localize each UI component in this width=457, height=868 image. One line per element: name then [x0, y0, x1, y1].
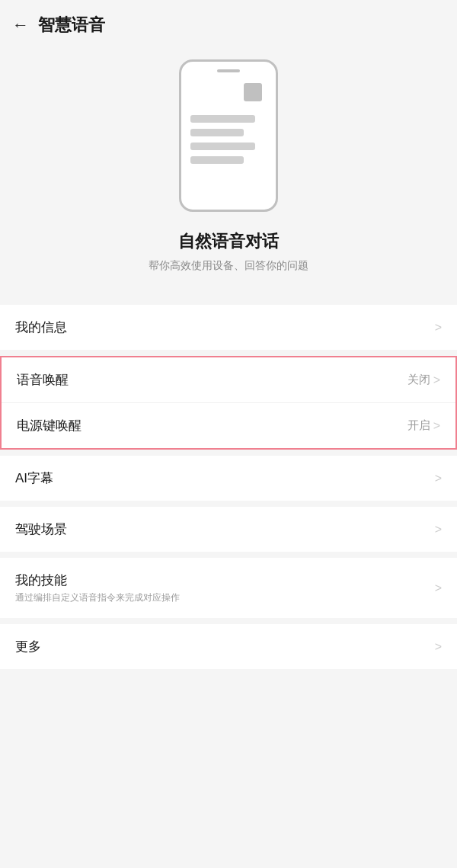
- phone-illustration: [179, 59, 278, 212]
- item-left-my-info-item: 我的信息: [15, 319, 67, 336]
- hero-section: 自然语音对话 帮你高效使用设备、回答你的问题: [0, 44, 457, 299]
- back-button[interactable]: ←: [12, 17, 29, 34]
- item-right-power-key-wake: 开启>: [407, 418, 440, 433]
- item-right-ai-caption-item: >: [435, 472, 442, 485]
- section-more: 更多>: [0, 624, 457, 669]
- section-ai-caption: AI字幕>: [0, 456, 457, 501]
- item-right-my-info-item: >: [435, 321, 442, 335]
- item-sublabel-my-skills-item: 通过编排自定义语音指令来完成对应操作: [15, 591, 180, 604]
- item-label-more-item: 更多: [15, 638, 41, 655]
- item-left-ai-caption-item: AI字幕: [15, 469, 53, 487]
- item-left-more-item: 更多: [15, 638, 41, 655]
- settings-item-my-info-item[interactable]: 我的信息>: [0, 305, 457, 350]
- section-my-info: 我的信息>: [0, 305, 457, 350]
- screen-line-1: [190, 115, 255, 123]
- settings-item-power-key-wake[interactable]: 电源键唤醒开启>: [2, 403, 455, 448]
- settings-item-driving-item[interactable]: 驾驶场景>: [0, 507, 457, 552]
- item-left-power-key-wake: 电源键唤醒: [17, 417, 81, 434]
- item-left-voice-wake: 语音唤醒: [17, 371, 69, 389]
- screen-line-3: [190, 143, 255, 150]
- hero-title: 自然语音对话: [178, 230, 279, 253]
- chevron-icon-power-key-wake: >: [433, 419, 440, 433]
- chevron-icon-voice-wake: >: [433, 373, 440, 387]
- phone-screen-content: [190, 115, 267, 164]
- settings-container: 我的信息>语音唤醒关闭>电源键唤醒开启>AI字幕>驾驶场景>我的技能通过编排自定…: [0, 305, 457, 669]
- section-driving: 驾驶场景>: [0, 507, 457, 552]
- item-label-power-key-wake: 电源键唤醒: [17, 417, 81, 434]
- chevron-icon-my-skills-item: >: [435, 581, 442, 595]
- item-label-voice-wake: 语音唤醒: [17, 371, 69, 389]
- item-left-my-skills-item: 我的技能通过编排自定义语音指令来完成对应操作: [15, 572, 180, 604]
- chevron-icon-more-item: >: [435, 640, 442, 654]
- item-right-driving-item: >: [435, 523, 442, 536]
- item-label-ai-caption-item: AI字幕: [15, 469, 53, 487]
- item-status-power-key-wake: 开启: [407, 418, 430, 433]
- item-label-my-skills-item: 我的技能: [15, 572, 180, 589]
- screen-line-2: [190, 129, 244, 136]
- header: ← 智慧语音: [0, 0, 457, 44]
- item-label-my-info-item: 我的信息: [15, 319, 67, 336]
- screen-line-4: [190, 156, 244, 164]
- section-my-skills: 我的技能通过编排自定义语音指令来完成对应操作>: [0, 558, 457, 618]
- chevron-icon-my-info-item: >: [435, 321, 442, 335]
- item-right-voice-wake: 关闭>: [407, 373, 440, 387]
- settings-item-ai-caption-item[interactable]: AI字幕>: [0, 456, 457, 501]
- chevron-icon-driving-item: >: [435, 523, 442, 536]
- page-title: 智慧语音: [38, 14, 105, 37]
- item-status-voice-wake: 关闭: [407, 373, 430, 387]
- item-right-more-item: >: [435, 640, 442, 654]
- settings-item-more-item[interactable]: 更多>: [0, 624, 457, 669]
- hero-subtitle: 帮你高效使用设备、回答你的问题: [149, 259, 308, 273]
- screen-square-decoration: [244, 83, 262, 101]
- item-right-my-skills-item: >: [435, 581, 442, 595]
- item-label-driving-item: 驾驶场景: [15, 520, 67, 538]
- section-wake-up: 语音唤醒关闭>电源键唤醒开启>: [0, 356, 457, 450]
- item-left-driving-item: 驾驶场景: [15, 520, 67, 538]
- settings-item-my-skills-item[interactable]: 我的技能通过编排自定义语音指令来完成对应操作>: [0, 558, 457, 618]
- settings-item-voice-wake[interactable]: 语音唤醒关闭>: [2, 357, 455, 403]
- chevron-icon-ai-caption-item: >: [435, 472, 442, 485]
